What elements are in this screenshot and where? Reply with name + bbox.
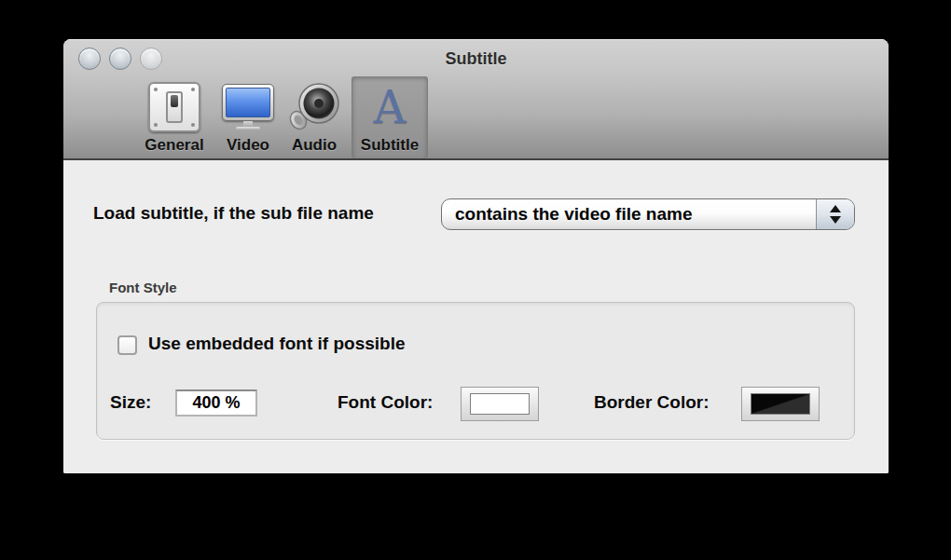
general-icon: [148, 78, 200, 136]
toolbar-item-general[interactable]: General: [140, 76, 209, 158]
font-style-groupbox: Use embedded font if possible Size: 400 …: [96, 302, 855, 440]
size-input[interactable]: 400 %: [175, 389, 257, 417]
switch-plate-icon: [148, 82, 200, 132]
desktop-background: Subtitle General: [0, 0, 951, 560]
border-color-swatch: [751, 393, 810, 415]
toolbar-item-label: Video: [227, 136, 269, 158]
font-style-group-label: Font Style: [109, 280, 177, 295]
use-embedded-font-checkbox[interactable]: [117, 335, 137, 355]
toolbar-item-label: Audio: [292, 136, 337, 158]
audio-icon: [287, 78, 341, 136]
dropdown-stepper-cap: [816, 199, 854, 229]
screw-dot: [154, 123, 158, 127]
titlebar-toolbar: Subtitle General: [63, 39, 889, 160]
subtitle-match-dropdown[interactable]: contains the video file name: [441, 198, 855, 230]
monitor-screen: [226, 88, 270, 117]
swatch-sheen: [751, 394, 809, 414]
border-color-label: Border Color:: [594, 392, 710, 413]
border-color-well[interactable]: [741, 387, 820, 421]
use-embedded-font-label: Use embedded font if possible: [148, 334, 406, 354]
font-color-well[interactable]: [461, 387, 539, 421]
monitor-icon: [222, 84, 274, 130]
toolbar-item-label: Subtitle: [361, 136, 419, 158]
toolbar-item-subtitle[interactable]: A Subtitle: [351, 76, 428, 158]
toolbar-item-audio[interactable]: Audio: [283, 76, 345, 158]
monitor-base: [236, 127, 260, 130]
toolbar-item-video[interactable]: Video: [216, 76, 280, 158]
window-title: Subtitle: [63, 47, 889, 71]
toolbar-item-label: General: [145, 136, 203, 158]
toggle-knob-shape: [171, 95, 178, 107]
screw-dot: [154, 88, 158, 91]
speaker-icon: [287, 82, 341, 132]
screw-dot: [191, 123, 195, 127]
dropdown-selected-value: contains the video file name: [442, 204, 816, 225]
toggle-switch-shape: [166, 91, 183, 123]
size-label: Size:: [110, 392, 151, 413]
monitor-bezel: [222, 84, 274, 121]
arrow-up-icon: [830, 205, 841, 212]
video-icon: [222, 78, 274, 136]
load-subtitle-label: Load subtitle, if the sub file name: [93, 203, 374, 224]
subtitle-pane: Load subtitle, if the sub file name cont…: [63, 160, 889, 473]
arrow-down-icon: [830, 216, 841, 224]
preferences-window: Subtitle General: [63, 39, 889, 473]
letter-a-icon: A: [374, 83, 407, 131]
screw-dot: [191, 88, 195, 91]
font-color-swatch: [470, 393, 530, 415]
font-color-label: Font Color:: [338, 392, 433, 413]
